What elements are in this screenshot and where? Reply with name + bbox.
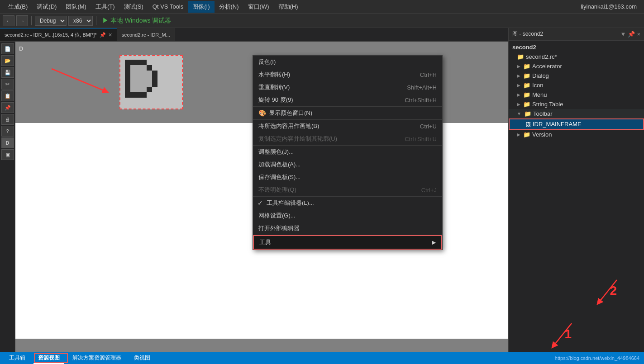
menu-opacity[interactable]: 不透明处理(Q) Ctrl+J	[253, 184, 442, 197]
expand-icon-tb: ▼	[517, 111, 521, 116]
svg-line-37	[52, 69, 106, 91]
menu-window[interactable]: 窗口(W)	[243, 1, 274, 13]
tree-file[interactable]: 📁 second2.rc*	[509, 52, 644, 61]
svg-rect-20	[141, 65, 147, 71]
svg-rect-9	[141, 60, 147, 65]
num1-label: 1	[564, 327, 572, 341]
menu-show-colors[interactable]: 🎨 显示颜色窗口(N)	[253, 107, 442, 120]
svg-rect-23	[130, 81, 136, 87]
run-button[interactable]: ▶ 本地 Windows 调试器	[100, 17, 174, 25]
tool-help[interactable]: ?	[1, 126, 14, 137]
right-panel-annotations: 2	[509, 199, 644, 353]
forward-button[interactable]: →	[16, 15, 28, 26]
menu-image[interactable]: 图像(I)	[188, 1, 214, 13]
tool-save[interactable]: 💾	[1, 67, 14, 78]
pin-icon[interactable]: 📌	[100, 32, 106, 38]
svg-rect-30	[147, 76, 152, 81]
menu-open-external[interactable]: 打开外部编辑器	[253, 222, 442, 235]
close-icon[interactable]: ×	[109, 31, 112, 38]
menu-generate[interactable]: 生成(B)	[4, 1, 32, 13]
expand-icon-ver: ▶	[517, 132, 520, 137]
expand-icon-mnu: ▶	[517, 92, 520, 97]
tool-paste[interactable]: 📌	[1, 102, 14, 113]
menu-flip-v-label: 垂直翻转(V)	[258, 83, 398, 91]
tree-folder-version[interactable]: ▶ 📁 Version	[509, 130, 644, 139]
menu-flip-v-shortcut: Shift+Alt+H	[407, 84, 437, 91]
tool-open[interactable]: 📂	[1, 55, 14, 66]
status-tab-class[interactable]: 类视图	[129, 352, 155, 364]
menu-flip-h-shortcut: Ctrl+H	[420, 71, 437, 78]
tree-item-idr-mainframe[interactable]: 🖼 IDR_MAINFRAME	[509, 118, 644, 130]
folder-icon-acc: 📁	[523, 63, 530, 70]
config-select[interactable]: Debug	[35, 16, 67, 26]
folder-label-acc: Accelerator	[532, 63, 562, 70]
tool-copy[interactable]: 📋	[1, 90, 14, 101]
rp-dropdown-icon[interactable]: ▼	[620, 31, 626, 38]
expand-icon-ico: ▶	[517, 83, 520, 88]
tool-extra[interactable]: ▣	[1, 149, 14, 160]
menu-show-colors-label: 显示颜色窗口(N)	[269, 109, 437, 117]
status-tab-solution[interactable]: 解决方案资源管理器	[68, 352, 126, 364]
rp-close-icon[interactable]: ×	[637, 31, 640, 38]
main-layout: second2.rc - IDR_M...[16x15, 4 位, BMP]* …	[0, 28, 644, 352]
right-panel-icons: ▼ 📌 ×	[620, 31, 640, 38]
menu-tools[interactable]: 工具(T)	[91, 1, 119, 13]
menu-load-palette[interactable]: 加载调色板(A)...	[253, 158, 442, 171]
canvas-inner	[119, 55, 183, 109]
platform-select[interactable]: x86	[68, 16, 93, 26]
tool-cut[interactable]: ✂	[1, 79, 14, 90]
menu-toolbar-editor[interactable]: ✓ 工具栏编辑器(L)...	[253, 197, 442, 209]
menu-rotate-shortcut: Ctrl+Shift+H	[405, 97, 437, 104]
menu-save-palette[interactable]: 保存调色板(S)...	[253, 171, 442, 184]
svg-rect-29	[141, 76, 147, 81]
menu-flip-v[interactable]: 垂直翻转(V) Shift+Alt+H	[253, 81, 442, 94]
tree-folder-stringtable[interactable]: ▶ 📁 String Table	[509, 99, 644, 109]
tab-active[interactable]: second2.rc - IDR_M...[16x15, 4 位, BMP]* …	[0, 28, 117, 41]
menu-copy-outline[interactable]: 复制选定内容并绘制其轮廓(U) Ctrl+Shift+U	[253, 132, 442, 146]
d-letter-svg	[120, 55, 182, 109]
menu-adjust-color-label: 调整颜色(J)...	[258, 148, 437, 156]
svg-rect-8	[136, 60, 141, 65]
status-bar: 工具箱 资源视图 解决方案资源管理器 类视图 https://blog.csdn…	[0, 352, 644, 364]
status-tab-resource[interactable]: 资源视图	[33, 352, 64, 364]
menu-invert-label: 反色(I)	[258, 58, 437, 66]
svg-rect-11	[136, 92, 141, 98]
back-button[interactable]: ←	[3, 15, 14, 26]
folder-icon-st: 📁	[523, 101, 530, 108]
tree-folder-toolbar[interactable]: ▼ 📁 Toolbar	[509, 109, 644, 118]
menu-help[interactable]: 帮助(H)	[274, 1, 303, 13]
sep1	[31, 16, 32, 25]
menu-invert[interactable]: 反色(I)	[253, 56, 442, 68]
menu-qtvs[interactable]: Qt VS Tools	[148, 1, 188, 12]
tree-folder-menu[interactable]: ▶ 📁 Menu	[509, 90, 644, 99]
menu-grid-settings-label: 网格设置(G)...	[258, 212, 437, 220]
menu-flip-h[interactable]: 水平翻转(H) Ctrl+H	[253, 68, 442, 81]
menu-rotate[interactable]: 旋转 90 度(9) Ctrl+Shift+H	[253, 94, 442, 107]
menu-adjust-color[interactable]: 调整颜色(J)...	[253, 146, 442, 158]
menu-test[interactable]: 测试(S)	[119, 1, 148, 13]
right-panel-header: 图 - second2 ▼ 📌 ×	[509, 28, 644, 41]
folder-label-dlg: Dialog	[532, 72, 549, 79]
tool-new[interactable]: 📄	[1, 43, 14, 54]
tool-print[interactable]: 🖨	[1, 114, 14, 125]
menu-debug[interactable]: 调试(D)	[32, 1, 61, 13]
status-tab-toolbox[interactable]: 工具箱	[5, 352, 30, 364]
svg-rect-14	[147, 87, 152, 92]
folder-label-ico: Icon	[532, 82, 544, 89]
check-icon: ✓	[258, 199, 263, 207]
menu-tools-label: 工具	[259, 238, 428, 246]
tree-folder-accelerator[interactable]: ▶ 📁 Accelerator	[509, 61, 644, 71]
svg-rect-28	[136, 76, 141, 81]
expand-icon-dlg: ▶	[517, 73, 520, 78]
tree-folder-dialog[interactable]: ▶ 📁 Dialog	[509, 71, 644, 80]
menu-copy-outline-label: 复制选定内容并绘制其轮廓(U)	[258, 135, 396, 143]
menu-team[interactable]: 团队(M)	[61, 1, 91, 13]
menu-tools-submenu[interactable]: 工具 ▶	[253, 235, 442, 250]
tool-d[interactable]: D	[1, 137, 14, 148]
menu-brush[interactable]: 将所选内容用作画笔(B) Ctrl+U	[253, 120, 442, 132]
tree-folder-icon[interactable]: ▶ 📁 Icon	[509, 80, 644, 90]
rp-pin-icon[interactable]: 📌	[628, 31, 635, 38]
tab-inactive[interactable]: second2.rc - IDR_M...	[117, 28, 175, 41]
menu-grid-settings[interactable]: 网格设置(G)...	[253, 209, 442, 222]
menu-analyze[interactable]: 分析(N)	[215, 1, 243, 13]
